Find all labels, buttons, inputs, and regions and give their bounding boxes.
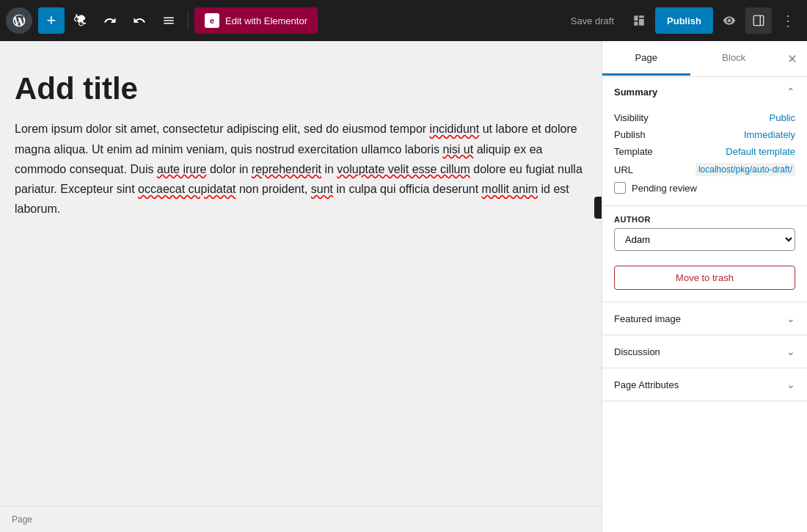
view-button[interactable] (626, 7, 652, 34)
template-label: Template (614, 146, 653, 157)
spellcheck-word-5: voluptate velit esse cillum (337, 163, 470, 175)
pending-review-checkbox[interactable] (614, 182, 626, 194)
elementor-icon: e (205, 13, 219, 28)
sidebar: Page Block Summary ⌃ Visibility Public P… (602, 41, 807, 532)
publish-button[interactable]: Publish (655, 7, 713, 34)
add-block-button[interactable]: + (38, 7, 65, 34)
redo-icon (133, 14, 146, 27)
preview-button[interactable] (716, 7, 742, 34)
close-icon (786, 53, 798, 65)
url-label: URL (614, 164, 633, 175)
view-icon (632, 14, 646, 27)
summary-header[interactable]: Summary ⌃ (602, 77, 807, 106)
toolbar: + e Edit with Elementor Save draft Publi… (0, 0, 807, 41)
author-content: AUTHOR Adam (602, 206, 807, 260)
spellcheck-word-4: reprehenderit (252, 163, 321, 175)
preview-icon (723, 14, 736, 27)
summary-chevron-icon: ⌃ (786, 86, 795, 98)
svg-rect-1 (634, 22, 638, 26)
featured-image-chevron-icon: ⌄ (786, 313, 795, 324)
tools-button[interactable] (67, 7, 94, 34)
featured-image-section[interactable]: Featured image ⌄ (602, 302, 807, 335)
status-bar: Page (0, 506, 602, 532)
edit-with-elementor-button[interactable]: e Edit with Elementor (194, 7, 318, 34)
list-view-button[interactable] (156, 7, 182, 34)
pending-review-row: Pending review (614, 182, 795, 194)
sidebar-toggle-button[interactable] (745, 7, 772, 34)
add-block-inline-button[interactable]: + (594, 197, 602, 219)
main-area: Lorem ipsum dolor sit amet, consectetur … (0, 41, 807, 532)
title-input[interactable] (15, 70, 587, 119)
spellcheck-word-2: nisi ut (442, 143, 473, 156)
tools-icon (74, 14, 87, 27)
spellcheck-word-7: sunt (311, 183, 333, 195)
visibility-value[interactable]: Public (770, 112, 795, 123)
toolbar-divider (188, 12, 189, 29)
more-options-button[interactable]: ⋮ (775, 7, 801, 34)
url-value[interactable]: localhost/pkg/auto-draft/ (695, 163, 795, 176)
author-select[interactable]: Adam (614, 228, 795, 251)
sidebar-toggle-icon (752, 14, 765, 27)
visibility-row: Visibility Public (614, 112, 795, 123)
summary-section: Summary ⌃ Visibility Public Publish Imme… (602, 77, 807, 206)
discussion-title: Discussion (614, 346, 660, 357)
svg-rect-0 (634, 15, 638, 21)
publish-label: Publish (614, 129, 646, 140)
tab-page[interactable]: Page (602, 42, 690, 76)
sidebar-close-button[interactable] (778, 41, 807, 76)
svg-rect-2 (639, 15, 644, 18)
editor-inner: Lorem ipsum dolor sit amet, consectetur … (0, 41, 602, 233)
publish-value[interactable]: Immediately (744, 129, 795, 140)
wp-logo[interactable] (6, 7, 32, 34)
status-label: Page (12, 514, 32, 525)
author-section: AUTHOR Adam Move to trash (602, 206, 807, 302)
spellcheck-word-6: occaecat cupidatat (138, 183, 235, 195)
url-row: URL localhost/pkg/auto-draft/ (614, 163, 795, 176)
template-row: Template Default template (614, 146, 795, 157)
tab-block[interactable]: Block (690, 42, 778, 76)
editor-area: Lorem ipsum dolor sit amet, consectetur … (0, 41, 602, 532)
summary-title: Summary (614, 87, 657, 98)
page-attributes-chevron-icon: ⌄ (786, 379, 795, 390)
publish-row: Publish Immediately (614, 129, 795, 140)
template-value[interactable]: Default template (726, 146, 795, 157)
discussion-chevron-icon: ⌄ (786, 346, 795, 357)
spellcheck-word-8: mollit anim (482, 183, 538, 195)
wordpress-icon (12, 13, 26, 28)
featured-image-title: Featured image (614, 313, 681, 324)
undo-button[interactable] (97, 7, 123, 34)
sidebar-header: Page Block (602, 41, 807, 77)
content-paragraph[interactable]: Lorem ipsum dolor sit amet, consectetur … (15, 119, 587, 219)
author-label: AUTHOR (614, 215, 795, 224)
visibility-label: Visibility (614, 112, 649, 123)
save-draft-button[interactable]: Save draft (562, 11, 623, 31)
page-attributes-title: Page Attributes (614, 379, 679, 390)
redo-button[interactable] (126, 7, 153, 34)
spellcheck-word-3: aute irure (157, 163, 207, 175)
svg-rect-3 (639, 19, 644, 26)
move-to-trash-button[interactable]: Move to trash (614, 266, 795, 290)
pending-review-label: Pending review (632, 183, 697, 194)
undo-icon (103, 14, 117, 27)
summary-content: Visibility Public Publish Immediately Te… (602, 106, 807, 205)
list-view-icon (162, 14, 175, 27)
discussion-section[interactable]: Discussion ⌄ (602, 335, 807, 368)
page-attributes-section[interactable]: Page Attributes ⌄ (602, 368, 807, 401)
content-area: Lorem ipsum dolor sit amet, consectetur … (15, 119, 587, 219)
svg-rect-4 (753, 15, 764, 26)
spellcheck-word: incididunt (430, 123, 480, 135)
